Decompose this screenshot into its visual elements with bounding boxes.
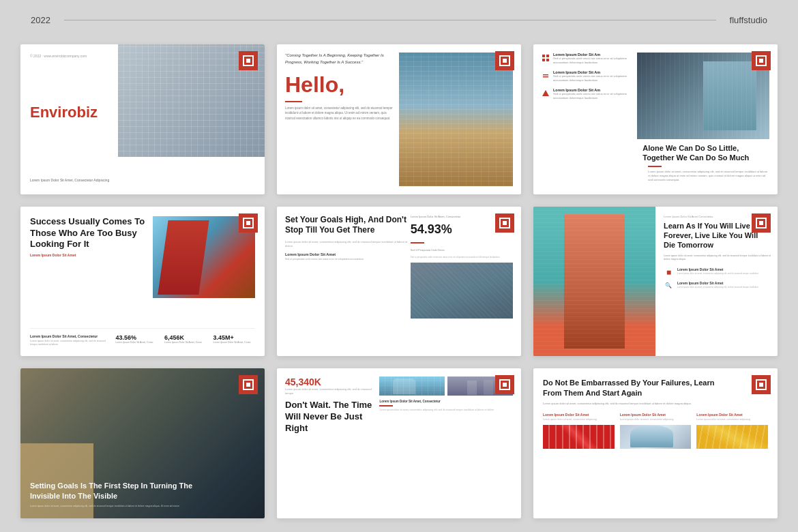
stat-number-2: 6,456K — [164, 334, 207, 341]
logo-badge-3 — [752, 51, 771, 70]
col-title-1: Lorem Ipsum Dolor Sit Amet — [543, 413, 615, 417]
slide-2-content: "Coming Together Is A Beginning, Keeping… — [277, 44, 521, 194]
goals-title: Set Your Goals High, And Don't Stop Till… — [285, 215, 411, 236]
spiral-building-image — [620, 425, 692, 449]
svg-rect-5 — [543, 76, 548, 78]
icon-row-2: Lorem Ipsum Dolor Sit Am Sed ut perspici… — [542, 70, 637, 83]
slide-7-body: Lorem ipsum dolor sit amet, consectetur … — [30, 505, 188, 509]
slide-5-body2: Sed ut perspiciatis unde omnis iste natu… — [285, 258, 411, 261]
svg-rect-0 — [542, 55, 545, 57]
badge-icon-8 — [499, 379, 510, 390]
svg-rect-3 — [546, 59, 549, 61]
col-body-2: Lorem ipsum dolor sit amet, consectetur … — [620, 418, 692, 422]
slide-2: "Coming Together Is A Beginning, Keeping… — [277, 44, 521, 194]
stats-row: Lorem Ipsum Dolor Sit Amet, Consectetur … — [30, 328, 255, 347]
quote-text: "Coming Together Is A Beginning, Keeping… — [285, 53, 394, 65]
logo-badge-4 — [239, 213, 258, 233]
logo-badge-1 — [239, 51, 258, 70]
icon-text-3: Lorem Ipsum Dolor Sit Am Sed ut perspici… — [553, 88, 637, 100]
slide-8-bottom-left: Don't Wait. The Time Will Never Be Just … — [285, 400, 374, 510]
slide-8-content: 45,340K Lorem ipsum dolor sit amet, cons… — [277, 368, 521, 518]
badge-icon-1 — [243, 55, 254, 66]
arch-photo — [637, 53, 769, 139]
col-img-3 — [696, 425, 768, 449]
slide-6-body: Lorem ipsum dolor sit amet, consectetur … — [664, 254, 771, 262]
slide-8-right-title: Lorem Ipsum Dolor Sit Amet, Consectetur — [379, 400, 513, 403]
big-stat-desc: Lorem ipsum dolor sit amet, consectetur … — [285, 387, 374, 396]
svg-marker-6 — [542, 90, 549, 96]
percent-body: Sed ut perspiciatis unde omnis iste natu… — [411, 256, 513, 259]
list-icon-1 — [542, 53, 550, 61]
badge-icon-5 — [499, 218, 510, 228]
slide-2-right — [399, 53, 513, 186]
search-icon: 🔍 — [664, 281, 673, 291]
slide-5-title2: Lorem Ipsum Dolor Sit Amet — [285, 252, 411, 256]
slide-3: Lorem Ipsum Dolor Sit Am Sed ut perspici… — [533, 44, 778, 194]
slide-2-body: Lorem ipsum dolor sit amet, consectetur … — [285, 106, 394, 121]
badge-icon-3 — [756, 55, 767, 66]
slide-6-icon-content-2: Lorem Ipsum Dolor Sit Amet Lorem ipsum d… — [677, 281, 758, 289]
top-bar-divider — [64, 20, 716, 20]
red-divider-8 — [379, 405, 393, 407]
road-yellow-image — [696, 425, 768, 449]
list-icon-3 — [542, 88, 550, 96]
badge-icon-2 — [499, 55, 510, 66]
stat-number-3: 3.45M+ — [213, 334, 256, 341]
stats-description: Lorem Ipsum Dolor Sit Amet, Consectetur … — [30, 334, 109, 347]
stat-item-3: 3.45M+ Lorem Ipsum Dolor Sit Amet, Corse — [213, 334, 256, 344]
setting-goals-title: Setting Goals Is The First Step In Turni… — [30, 481, 210, 501]
slide-8-bottom: Don't Wait. The Time Will Never Be Just … — [285, 400, 513, 510]
slides-grid: © 2022 · www.envirobizcompany.com Enviro… — [20, 44, 778, 518]
slide-9-col-3: Lorem Ipsum Dolor Sit Amet Lorem ipsum d… — [696, 413, 768, 448]
logo-badge-8 — [495, 375, 514, 394]
stat-item-2: 6,456K Lorem Ipsum Dolor Sit Amet, Corse — [164, 334, 207, 344]
slide-6: Lorem Ipsum Dolor Sit Amet Consectetur L… — [533, 207, 778, 357]
logo-badge-5 — [495, 213, 514, 233]
slide-8: 45,340K Lorem ipsum dolor sit amet, cons… — [277, 368, 521, 518]
brand-name: Envirobiz — [30, 104, 98, 121]
list-icon-2 — [542, 70, 550, 78]
slide-2-left: "Coming Together Is A Beginning, Keeping… — [285, 53, 399, 186]
photo-glass — [379, 376, 445, 396]
slide-8-bottom-right: Lorem Ipsum Dolor Sit Amet, Consectetur … — [379, 400, 513, 510]
desc-title: Lorem Ipsum Dolor Sit Amet, Consectetur — [30, 334, 109, 338]
slide-8-right-body: Lorem ipsum dolor sit amet, consectetur … — [379, 409, 513, 412]
slide-1: © 2022 · www.envirobizcompany.com Enviro… — [20, 44, 265, 194]
slide-6-icon-row-1: ◼ Lorem Ipsum Dolor Sit Amet Lorem ipsum… — [664, 267, 771, 277]
col-title-3: Lorem Ipsum Dolor Sit Amet — [696, 413, 768, 417]
success-title: Success Usually Comes To Those Who Are T… — [30, 216, 165, 251]
item-body-2: Sed ut perspiciatis unde omnis iste natu… — [553, 74, 637, 83]
slide-4-content: Success Usually Comes To Those Who Are T… — [20, 207, 265, 357]
top-bar: 2022 fluffstudio — [0, 15, 798, 25]
slide-6-icon-title-1: Lorem Ipsum Dolor Sit Amet — [677, 267, 758, 271]
slide-9: Do Not Be Embarrassed By Your Failures, … — [533, 368, 778, 518]
slide-5-left: Set Your Goals High, And Don't Stop Till… — [285, 215, 411, 349]
slide-8-photos — [379, 376, 513, 396]
red-divider — [285, 101, 302, 102]
slide-9-content: Do Not Be Embarrassed By Your Failures, … — [533, 368, 778, 518]
slide-8-left-top: 45,340K Lorem ipsum dolor sit amet, cons… — [285, 376, 374, 396]
icon-text-1: Lorem Ipsum Dolor Sit Am Sed ut perspici… — [553, 53, 637, 65]
slide-9-grid: Lorem Ipsum Dolor Sit Amet Lorem ipsum d… — [543, 413, 768, 448]
slide-5: Set Your Goals High, And Don't Stop Till… — [277, 207, 521, 357]
slide-9-body: Lorem ipsum dolor sit amet, consectetur … — [543, 402, 745, 406]
col-img-1 — [543, 425, 615, 449]
big-stat: 45,340K — [285, 376, 374, 387]
dont-wait-title: Don't Wait. The Time Will Never Be Just … — [285, 400, 374, 434]
logo-badge-2 — [495, 51, 514, 70]
slide-5-right: Lorem Ipsum Dolor Sit Amet, Consectetur … — [411, 215, 513, 349]
slide-6-icon-row-2: 🔍 Lorem Ipsum Dolor Sit Amet Lorem ipsum… — [664, 281, 771, 291]
slide-7: Setting Goals Is The First Step In Turni… — [20, 368, 265, 518]
icon-row-3: Lorem Ipsum Dolor Sit Am Sed ut perspici… — [542, 88, 637, 100]
stat-item-1: 43.56% Lorem Ipsum Dolor Sit Amet, Corse — [116, 334, 158, 344]
item-body-3: Sed ut perspiciatis unde omnis iste natu… — [553, 92, 637, 100]
stat-label-2: Lorem Ipsum Dolor Sit Amet, Corse — [164, 341, 207, 344]
building-photo-2 — [399, 53, 513, 186]
icon-row-1: Lorem Ipsum Dolor Sit Am Sed ut perspici… — [542, 53, 637, 65]
logo-badge-7 — [239, 375, 258, 394]
slide-6-icon-content-1: Lorem Ipsum Dolor Sit Amet Lorem ipsum d… — [677, 267, 758, 276]
col-body-3: Lorem ipsum dolor sit amet, consectetur … — [696, 418, 768, 422]
col-title-2: Lorem Ipsum Dolor Sit Amet — [620, 413, 692, 417]
big-quote-text: Alone We Can Do So Little, Together We C… — [642, 143, 769, 163]
quote-block: Alone We Can Do So Little, Together We C… — [637, 139, 769, 182]
